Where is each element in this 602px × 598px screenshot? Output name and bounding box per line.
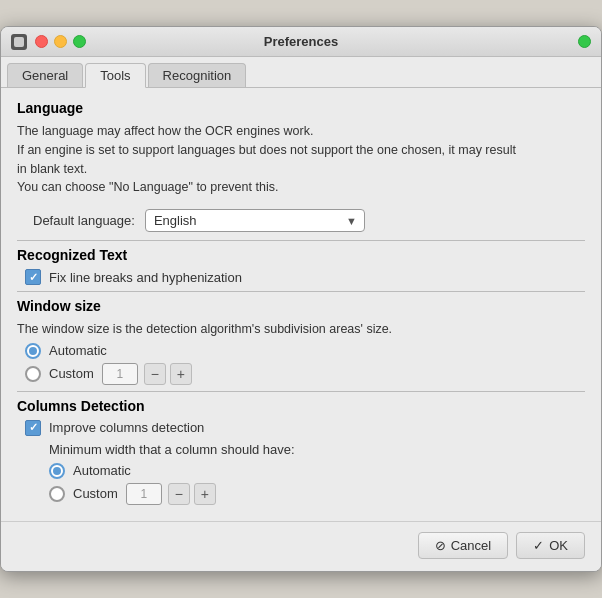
window-automatic-radio[interactable] [25, 343, 41, 359]
divider-3 [17, 391, 585, 392]
close-button[interactable] [35, 35, 48, 48]
columns-automatic-row: Automatic [49, 463, 585, 479]
main-content: Language The language may affect how the… [1, 88, 601, 521]
columns-section-title: Columns Detection [17, 398, 585, 414]
preferences-window: Preferences General Tools Recognition La… [0, 26, 602, 572]
window-custom-radio[interactable] [25, 366, 41, 382]
min-width-label: Minimum width that a column should have: [49, 442, 585, 457]
cancel-label: Cancel [451, 538, 491, 553]
improve-columns-checkbox[interactable] [25, 420, 41, 436]
columns-custom-label: Custom [73, 486, 118, 501]
minimize-button[interactable] [54, 35, 67, 48]
language-section-title: Language [17, 100, 585, 116]
window-automatic-row: Automatic [25, 343, 585, 359]
columns-increment-button[interactable]: + [194, 483, 216, 505]
window-increment-button[interactable]: + [170, 363, 192, 385]
status-indicator [578, 35, 591, 48]
improve-columns-row: Improve columns detection [25, 420, 585, 436]
columns-automatic-label: Automatic [73, 463, 131, 478]
language-info-line1: The language may affect how the OCR engi… [17, 122, 585, 141]
ok-icon: ✓ [533, 538, 544, 553]
divider-1 [17, 240, 585, 241]
window-size-section-title: Window size [17, 298, 585, 314]
app-icon [11, 34, 27, 50]
columns-decrement-button[interactable]: − [168, 483, 190, 505]
ok-label: OK [549, 538, 568, 553]
default-language-row: Default language: English No Language Fr… [33, 209, 585, 232]
columns-size-input[interactable] [126, 483, 162, 505]
language-select[interactable]: English No Language French German Spanis… [145, 209, 365, 232]
columns-custom-row: Custom − + [49, 483, 585, 505]
tab-general[interactable]: General [7, 63, 83, 87]
tab-recognition[interactable]: Recognition [148, 63, 247, 87]
language-info-line4: You can choose "No Language" to prevent … [17, 178, 585, 197]
improve-columns-label: Improve columns detection [49, 420, 204, 435]
fix-breaks-row: Fix line breaks and hyphenization [25, 269, 585, 285]
recognized-text-section-title: Recognized Text [17, 247, 585, 263]
window-controls [11, 34, 86, 50]
window-decrement-button[interactable]: − [144, 363, 166, 385]
divider-2 [17, 291, 585, 292]
columns-custom-radio[interactable] [49, 486, 65, 502]
window-title: Preferences [264, 34, 338, 49]
fix-breaks-label: Fix line breaks and hyphenization [49, 270, 242, 285]
ok-button[interactable]: ✓ OK [516, 532, 585, 559]
window-custom-label: Custom [49, 366, 94, 381]
columns-spinner: − + [126, 483, 218, 505]
window-spinner: − + [102, 363, 194, 385]
tabs-bar: General Tools Recognition [1, 57, 601, 88]
maximize-button[interactable] [73, 35, 86, 48]
language-info-line2: If an engine is set to support languages… [17, 141, 585, 160]
language-info: The language may affect how the OCR engi… [17, 122, 585, 197]
window-size-input[interactable] [102, 363, 138, 385]
columns-automatic-radio[interactable] [49, 463, 65, 479]
window-automatic-label: Automatic [49, 343, 107, 358]
columns-inner: Minimum width that a column should have:… [41, 442, 585, 505]
window-custom-row: Custom − + [25, 363, 585, 385]
language-info-line3: in blank text. [17, 160, 585, 179]
cancel-icon: ⊘ [435, 538, 446, 553]
cancel-button[interactable]: ⊘ Cancel [418, 532, 508, 559]
footer: ⊘ Cancel ✓ OK [1, 521, 601, 571]
default-language-label: Default language: [33, 213, 135, 228]
window-size-description: The window size is the detection algorit… [17, 320, 585, 339]
language-select-wrapper: English No Language French German Spanis… [145, 209, 365, 232]
fix-breaks-checkbox[interactable] [25, 269, 41, 285]
titlebar: Preferences [1, 27, 601, 57]
tab-tools[interactable]: Tools [85, 63, 145, 88]
